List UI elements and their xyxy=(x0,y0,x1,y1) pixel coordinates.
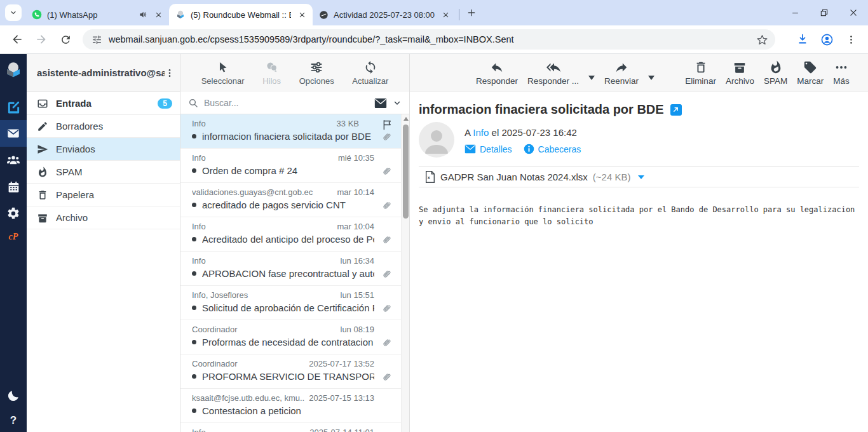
nav-contacts[interactable] xyxy=(0,147,27,173)
back-icon[interactable] xyxy=(6,29,28,50)
forward-menu-caret[interactable] xyxy=(648,76,654,80)
nav-cpanel[interactable]: cP xyxy=(0,227,27,247)
folder-label: Borradores xyxy=(56,121,172,132)
minimize-button[interactable] xyxy=(780,0,810,25)
unread-dot xyxy=(192,203,196,207)
message-date: lun 08:19 xyxy=(341,325,375,334)
unread-dot xyxy=(192,374,196,379)
message-row[interactable]: Infomié 10:35 Orden de compra # 24 xyxy=(180,149,401,183)
reply-all-icon xyxy=(546,60,561,74)
nav-mail[interactable] xyxy=(0,120,27,147)
reply-all-button[interactable]: Responder ... xyxy=(527,60,579,86)
dark-mode-moon-icon[interactable] xyxy=(0,382,27,409)
message-sender: Info, Joseflores xyxy=(192,290,337,300)
select-button[interactable]: Seleccionar xyxy=(201,60,245,86)
message-row[interactable]: Info2025-07-14 11:01 xyxy=(180,423,401,432)
refresh-icon xyxy=(363,60,377,74)
refresh-button[interactable]: Actualizar xyxy=(352,60,388,86)
folder-enviados[interactable]: Enviados xyxy=(27,138,180,161)
reload-icon[interactable] xyxy=(55,29,76,50)
scroll-up-arrow[interactable] xyxy=(403,117,409,121)
body-line: Se adjunta la información financiera sol… xyxy=(419,204,859,216)
chevron-down-icon xyxy=(10,9,17,17)
folder-entrada[interactable]: Entrada 5 xyxy=(27,92,180,115)
spam-button[interactable]: SPAM xyxy=(764,60,787,86)
tab-actividad[interactable]: Actividad 2025-07-23 08:00:00 xyxy=(313,4,456,25)
reader-toolbar: Responder Responder ... Reenviar Elimina… xyxy=(410,54,868,92)
message-row[interactable]: Coordinadorlun 08:19 Proformas de necesi… xyxy=(180,320,401,354)
nav-calendar[interactable] xyxy=(0,173,27,200)
tab-whatsapp[interactable]: (1) WhatsApp xyxy=(25,4,169,25)
attachment-bar[interactable]: x GADPR San Juan Notas 2024.xlsx (~24 KB… xyxy=(419,166,859,187)
attachment-menu-caret[interactable] xyxy=(638,175,644,179)
message-date: lun 15:51 xyxy=(341,290,375,300)
message-row[interactable]: Coordinador2025-07-17 13:52 PROFORMA SER… xyxy=(180,354,401,389)
browser-menu-icon[interactable] xyxy=(840,29,862,50)
mark-button[interactable]: Marcar xyxy=(797,60,824,86)
download-icon[interactable] xyxy=(792,29,813,50)
message-row[interactable]: Infolun 16:34 APROBACION fase precontrac… xyxy=(180,252,401,286)
archive-button[interactable]: Archivo xyxy=(726,60,754,86)
scrollbar-thumb[interactable] xyxy=(403,125,409,219)
archive-label: Archivo xyxy=(726,76,754,86)
message-date-text: el 2025-07-23 16:42 xyxy=(492,127,577,138)
delete-button[interactable]: Eliminar xyxy=(685,60,716,86)
compose-button[interactable] xyxy=(0,93,27,120)
folder-panel: asistente-administrativo@sa... Entrada 5… xyxy=(27,54,180,432)
tab-audio-icon[interactable] xyxy=(139,10,147,19)
folder-papelera[interactable]: Papelera xyxy=(27,184,180,206)
roundcube-logo xyxy=(0,54,27,86)
restore-button[interactable] xyxy=(810,0,839,25)
close-icon[interactable] xyxy=(296,9,308,20)
message-row[interactable]: validaciones.guayas@cnt.gob.ecmar 10:14 … xyxy=(180,183,401,217)
trash-icon xyxy=(37,189,48,201)
message-title: informacion finaciera solicitada por BDE xyxy=(419,102,664,117)
search-scope-envelope-icon[interactable] xyxy=(374,98,387,109)
list-scrollbar[interactable] xyxy=(401,114,409,432)
more-button[interactable]: Más xyxy=(833,60,850,86)
forward-icon[interactable] xyxy=(31,29,52,50)
details-toggle[interactable]: Detalles xyxy=(465,144,512,154)
account-header: asistente-administrativo@sa... xyxy=(27,54,180,92)
attachment-name[interactable]: GADPR San Juan Notas 2024.xlsx xyxy=(440,172,588,182)
search-options-chevron-icon[interactable] xyxy=(393,98,402,107)
headers-toggle[interactable]: Cabeceras xyxy=(524,144,581,154)
message-date: mié 10:35 xyxy=(338,153,374,163)
delete-label: Eliminar xyxy=(685,76,716,86)
recipient-link[interactable]: Info xyxy=(473,127,489,138)
site-settings-icon[interactable] xyxy=(92,34,102,45)
tab-search-button[interactable] xyxy=(5,4,22,21)
message-row[interactable]: Info, Josefloreslun 15:51 Solicitud de a… xyxy=(180,286,401,320)
profile-icon[interactable] xyxy=(816,29,837,50)
close-icon[interactable] xyxy=(153,9,164,20)
close-window-button[interactable] xyxy=(839,0,868,25)
help-button[interactable]: ? xyxy=(0,409,27,432)
folder-borradores[interactable]: Borradores xyxy=(27,115,180,138)
account-menu-icon[interactable] xyxy=(165,68,175,78)
drafts-pencil-icon xyxy=(37,121,48,132)
options-button[interactable]: Opciones xyxy=(299,60,334,86)
bookmark-star-icon[interactable] xyxy=(751,29,773,50)
nav-settings-gear-icon[interactable] xyxy=(0,200,27,227)
threads-button[interactable]: Hilos xyxy=(262,60,281,86)
refresh-label: Actualizar xyxy=(352,76,388,86)
unread-dot xyxy=(192,306,196,310)
address-field[interactable]: webmail.sanjuan.gob.ec/cpsess1535909589/… xyxy=(83,29,775,50)
archive-box-icon xyxy=(733,60,747,74)
reply-button[interactable]: Responder xyxy=(476,60,518,86)
message-date: 2025-07-17 13:52 xyxy=(309,359,374,368)
message-row[interactable]: ksaait@fcjse.utb.edu.ec, kmu...2025-07-1… xyxy=(180,389,401,423)
reply-all-menu-caret[interactable] xyxy=(588,76,595,80)
message-row[interactable]: Info33 KB informacion finaciera solicita… xyxy=(180,114,401,149)
folder-spam[interactable]: SPAM xyxy=(27,161,180,184)
flag-icon[interactable] xyxy=(381,119,393,131)
tab-roundcube-active[interactable]: (5) Roundcube Webmail :: Envia xyxy=(169,4,313,25)
search-input[interactable] xyxy=(204,98,369,108)
forward-button[interactable]: Reenviar xyxy=(604,60,639,86)
to-prefix: A xyxy=(465,127,470,138)
open-in-new-window-icon[interactable] xyxy=(670,104,682,116)
close-icon[interactable] xyxy=(440,9,451,20)
message-row[interactable]: Infomar 10:04 Acreditado del anticipo de… xyxy=(180,217,401,252)
new-tab-button[interactable] xyxy=(463,4,480,21)
folder-archivo[interactable]: Archivo xyxy=(27,206,180,229)
